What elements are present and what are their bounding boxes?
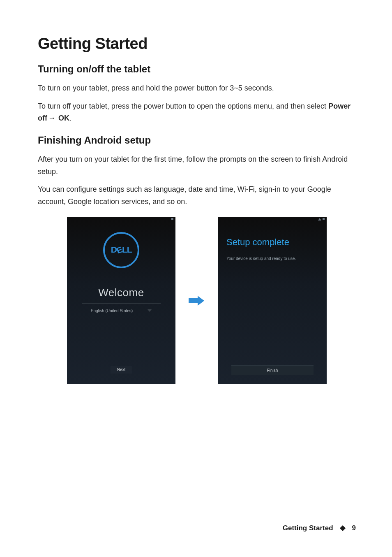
section-finishing-heading: Finishing Android setup (38, 135, 356, 146)
setup-complete-body: Your device is setup and ready to use. (226, 256, 318, 261)
finish-button[interactable]: Finish (231, 365, 314, 375)
status-bar (218, 217, 327, 221)
status-bar (67, 217, 175, 221)
setup-complete-screen: Setup complete Your device is setup and … (218, 217, 327, 384)
divider (82, 303, 161, 304)
welcome-title: Welcome (77, 286, 166, 299)
setup-screenshots-row: DELL Welcome English (United States) Nex… (38, 217, 356, 384)
language-label: English (United States) (91, 309, 133, 313)
setup-complete-title: Setup complete (226, 237, 318, 248)
wifi-icon (318, 218, 321, 220)
turn-off-text: To turn off your tablet, press the power… (38, 102, 328, 110)
language-select[interactable]: English (United States) (77, 309, 166, 313)
battery-icon (323, 218, 325, 220)
section-turning-heading: Turning on/off the tablet (38, 63, 356, 75)
arrow-right-icon: → (47, 112, 56, 125)
divider (226, 252, 318, 252)
turn-off-paragraph: To turn off your tablet, press the power… (38, 100, 356, 125)
page-footer: Getting Started 9 (283, 524, 356, 532)
dell-logo-text: DELL (111, 245, 132, 255)
finishing-p1: After you turn on your tablet for the fi… (38, 153, 356, 178)
welcome-screen: DELL Welcome English (United States) Nex… (67, 217, 175, 384)
flow-arrow-icon (189, 295, 205, 307)
dell-logo-ring: DELL (103, 232, 139, 268)
page-title: Getting Started (38, 35, 356, 53)
dropdown-icon (148, 309, 152, 312)
next-button[interactable]: Next (111, 366, 132, 374)
period: . (69, 114, 71, 122)
svg-marker-0 (189, 296, 204, 306)
battery-icon (171, 218, 173, 220)
page-number: 9 (352, 524, 356, 532)
turn-on-paragraph: To turn on your tablet, press and hold t… (38, 82, 356, 95)
dell-logo-area: DELL (67, 221, 175, 279)
footer-section-title: Getting Started (283, 524, 333, 532)
diamond-icon (339, 525, 345, 531)
ok-label: OK (56, 114, 69, 122)
finishing-p2: You can configure settings such as langu… (38, 183, 356, 208)
